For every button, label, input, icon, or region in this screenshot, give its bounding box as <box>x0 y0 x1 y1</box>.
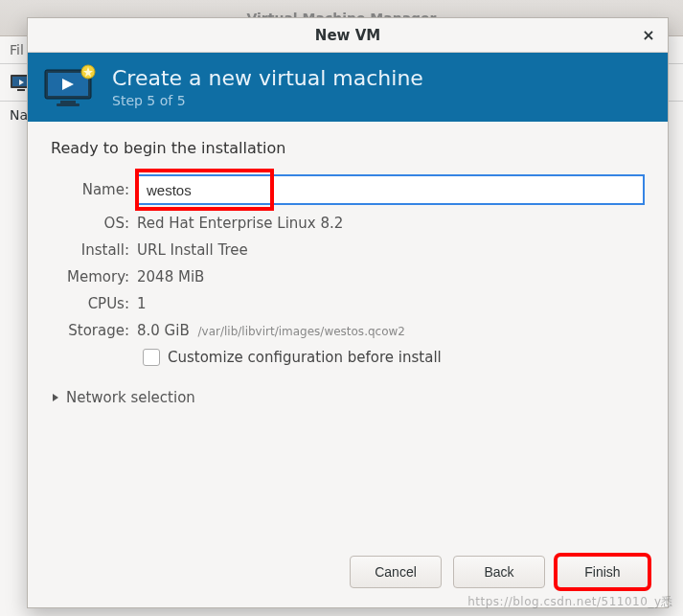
storage-label: Storage: <box>51 322 137 339</box>
wizard-banner: Create a new virtual machine Step 5 of 5 <box>28 53 668 122</box>
banner-title: Create a new virtual machine <box>112 66 423 90</box>
os-label: OS: <box>51 215 137 232</box>
customize-checkbox[interactable] <box>143 349 160 366</box>
os-value: Red Hat Enterprise Linux 8.2 <box>137 215 343 232</box>
svg-marker-11 <box>53 394 58 401</box>
memory-label: Memory: <box>51 268 137 285</box>
wizard-content: Ready to begin the installation Name: OS… <box>28 122 668 542</box>
cancel-button[interactable]: Cancel <box>350 556 442 588</box>
new-vm-dialog: New VM × Create a new virtual machine St… <box>27 17 669 608</box>
network-label: Network selection <box>66 389 195 406</box>
ready-label: Ready to begin the installation <box>51 139 645 157</box>
cpus-label: CPUs: <box>51 295 137 312</box>
svg-rect-7 <box>60 101 76 103</box>
svg-rect-8 <box>57 103 80 106</box>
chevron-right-icon <box>51 389 60 406</box>
dialog-titlebar: New VM × <box>28 18 668 53</box>
install-value: URL Install Tree <box>137 241 248 259</box>
vm-monitor-icon <box>43 64 99 110</box>
menu-file[interactable]: Fil <box>10 42 24 57</box>
svg-rect-3 <box>17 89 25 91</box>
name-input[interactable] <box>137 174 645 205</box>
customize-row[interactable]: Customize configuration before install <box>143 349 645 366</box>
storage-value: 8.0 GiB /var/lib/libvirt/images/westos.q… <box>137 322 405 339</box>
install-label: Install: <box>51 241 137 259</box>
customize-label: Customize configuration before install <box>168 349 442 366</box>
close-icon[interactable]: × <box>637 24 660 47</box>
storage-path: /var/lib/libvirt/images/westos.qcow2 <box>198 325 405 338</box>
name-label: Name: <box>51 181 137 198</box>
dialog-title: New VM <box>315 27 380 44</box>
cpus-value: 1 <box>137 295 147 312</box>
finish-button[interactable]: Finish <box>557 556 649 588</box>
memory-value: 2048 MiB <box>137 268 204 285</box>
banner-step: Step 5 of 5 <box>112 93 423 108</box>
network-expander[interactable]: Network selection <box>51 389 645 406</box>
back-button[interactable]: Back <box>453 556 545 588</box>
banner-text: Create a new virtual machine Step 5 of 5 <box>112 66 423 107</box>
watermark: https://blog.csdn.net/511010_y悉 <box>467 594 673 610</box>
